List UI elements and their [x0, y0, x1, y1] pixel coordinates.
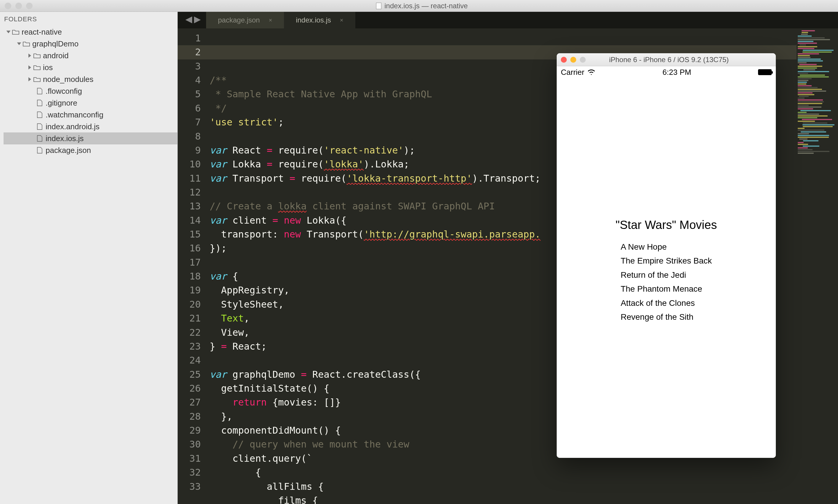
- file-icon: [36, 111, 43, 118]
- folder-row[interactable]: ios: [3, 61, 177, 73]
- folder-row[interactable]: node_modules: [3, 73, 177, 85]
- folder-row[interactable]: react-native: [3, 26, 177, 38]
- sim-zoom-icon[interactable]: [580, 57, 586, 63]
- tree-item-label: .watchmanconfig: [46, 110, 103, 120]
- folder-icon: [23, 41, 30, 47]
- editor-area: ◀ ▶ package.json×index.ios.js× 123456789…: [178, 12, 838, 504]
- disclosure-triangle-icon[interactable]: [6, 31, 11, 33]
- tree-item-label: .gitignore: [46, 98, 77, 108]
- sim-minimize-icon[interactable]: [570, 57, 576, 63]
- editor-tab[interactable]: index.ios.js×: [284, 12, 355, 29]
- tab-bar: ◀ ▶ package.json×index.ios.js×: [178, 12, 838, 29]
- zoom-window-icon[interactable]: [26, 3, 33, 9]
- folder-tree: react-nativegraphqlDemoandroidiosnode_mo…: [0, 26, 177, 156]
- file-icon: [36, 147, 43, 154]
- disclosure-triangle-icon[interactable]: [17, 42, 21, 45]
- code-editor[interactable]: /** * Sample React Native App with Graph…: [206, 29, 838, 504]
- file-row[interactable]: .watchmanconfig: [3, 109, 177, 121]
- tree-item-label: ios: [43, 63, 53, 72]
- disclosure-triangle-icon[interactable]: [29, 65, 31, 70]
- file-row[interactable]: .gitignore: [3, 97, 177, 109]
- file-row[interactable]: package.json: [3, 144, 177, 156]
- tree-item-label: node_modules: [43, 75, 93, 84]
- tree-item-label: react-native: [22, 28, 62, 37]
- file-row[interactable]: index.android.js: [3, 121, 177, 132]
- tree-item-label: .flowconfig: [46, 87, 82, 96]
- document-icon: [376, 3, 381, 9]
- folder-icon: [33, 65, 40, 70]
- simulator-title: iPhone 6 - iPhone 6 / iOS 9.2 (13C75): [586, 56, 752, 64]
- tab-close-icon[interactable]: ×: [269, 17, 272, 24]
- file-icon: [36, 123, 43, 130]
- window-traffic-lights: [0, 3, 33, 9]
- tree-item-label: index.ios.js: [46, 134, 84, 143]
- sim-close-icon[interactable]: [561, 57, 567, 63]
- editor-tab[interactable]: package.json×: [206, 12, 284, 29]
- file-icon: [36, 135, 43, 142]
- tree-item-label: graphqlDemo: [32, 39, 79, 49]
- sidebar-header: FOLDERS: [0, 12, 177, 26]
- tree-item-label: index.android.js: [46, 122, 100, 131]
- tab-close-icon[interactable]: ×: [340, 17, 343, 24]
- nav-arrows: ◀ ▶: [183, 14, 206, 26]
- file-row[interactable]: index.ios.js: [3, 132, 177, 144]
- tree-item-label: package.json: [46, 146, 91, 155]
- tab-label: package.json: [218, 16, 260, 24]
- window-title: index.ios.js — react-native: [384, 2, 467, 10]
- window-titlebar: index.ios.js — react-native: [0, 0, 838, 12]
- sidebar: FOLDERS react-nativegraphqlDemoandroidio…: [0, 12, 178, 504]
- line-number-gutter: 1234567891011121314151617181920212223242…: [178, 29, 206, 504]
- folder-icon: [33, 53, 40, 58]
- file-icon: [36, 88, 43, 94]
- close-window-icon[interactable]: [5, 3, 11, 9]
- folder-icon: [12, 29, 19, 35]
- folder-icon: [33, 77, 40, 82]
- disclosure-triangle-icon[interactable]: [29, 54, 31, 58]
- nav-back-icon[interactable]: ◀: [185, 14, 192, 24]
- folder-row[interactable]: android: [3, 50, 177, 61]
- tree-item-label: android: [43, 51, 69, 60]
- folder-row[interactable]: graphqlDemo: [3, 38, 177, 50]
- minimize-window-icon[interactable]: [15, 3, 22, 9]
- tab-label: index.ios.js: [296, 16, 331, 24]
- nav-forward-icon[interactable]: ▶: [194, 14, 201, 24]
- simulator-titlebar: iPhone 6 - iPhone 6 / iOS 9.2 (13C75): [557, 53, 776, 66]
- file-row[interactable]: .flowconfig: [3, 85, 177, 97]
- disclosure-triangle-icon[interactable]: [29, 77, 31, 81]
- file-icon: [36, 100, 43, 106]
